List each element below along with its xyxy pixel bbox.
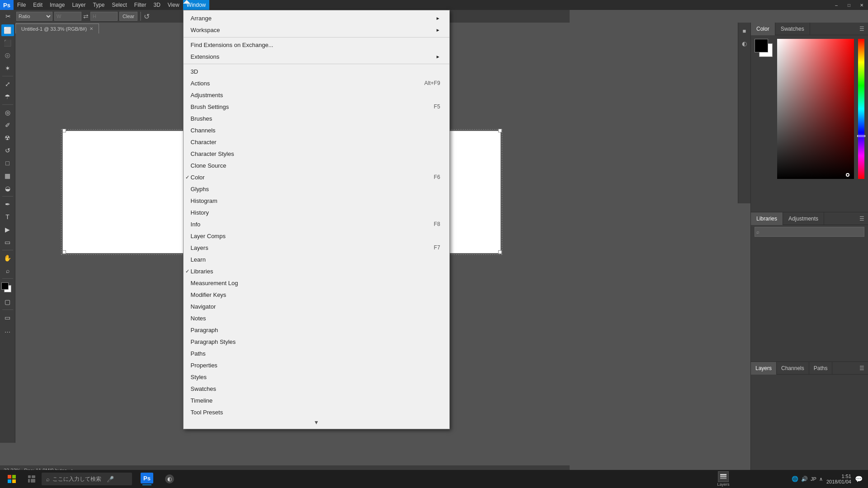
history-brush-tool[interactable]: ↺ [1, 145, 14, 156]
menu-glyphs[interactable]: Glyphs [184, 183, 449, 195]
up-arrow-icon[interactable]: ∧ [819, 476, 823, 482]
menu-arrange[interactable]: Arrange ► [184, 12, 449, 24]
menu-3d[interactable]: 3D [184, 66, 449, 77]
crop-tool[interactable]: ⤢ [1, 78, 14, 90]
menu-file[interactable]: File [14, 0, 29, 10]
menu-styles[interactable]: Styles [184, 371, 449, 383]
height-input[interactable] [90, 12, 118, 21]
menu-adjustments[interactable]: Adjustments [184, 89, 449, 101]
hand-tool[interactable]: ✋ [1, 252, 14, 264]
undo-icon[interactable]: ↺ [144, 12, 150, 21]
menu-notes[interactable]: Notes [184, 312, 449, 324]
notification-icon[interactable]: 💬 [855, 475, 863, 483]
menu-modifier-keys[interactable]: Modifier Keys [184, 289, 449, 300]
libraries-tab[interactable]: Libraries [751, 212, 783, 225]
taskbar-app-other[interactable]: ◐ [158, 470, 181, 488]
menu-find-extensions[interactable]: Find Extensions on Exchange... [184, 39, 449, 51]
brush-tool[interactable]: ✐ [1, 119, 14, 131]
move-tool[interactable]: ⬜ [1, 24, 14, 36]
document-tab[interactable]: Untitled-1 @ 33.3% (RGB/8#) ✕ [15, 23, 99, 33]
menu-navigator[interactable]: Navigator [184, 300, 449, 312]
menu-layer-comps[interactable]: Layer Comps [184, 230, 449, 242]
eyedropper-tool[interactable]: ☂ [1, 91, 14, 103]
adjustments-panel-icon[interactable]: ◐ [739, 38, 750, 49]
adjustments-tab[interactable]: Adjustments [783, 212, 824, 225]
selection-tool[interactable]: ⬛ [1, 37, 14, 49]
taskbar-clock[interactable]: 1:51 2018/01/04 [826, 474, 851, 484]
hue-bar[interactable] [858, 39, 864, 179]
network-icon[interactable]: 🌐 [792, 476, 798, 482]
screen-mode-toggle[interactable]: ▭ [1, 312, 14, 324]
color-swatch-area[interactable] [1, 282, 14, 295]
menu-timeline[interactable]: Timeline [184, 394, 449, 406]
menu-edit[interactable]: Edit [29, 0, 46, 10]
menu-filter[interactable]: Filter [131, 0, 150, 10]
type-tool[interactable]: T [1, 211, 14, 223]
shape-tool[interactable]: ▭ [1, 236, 14, 248]
width-input[interactable] [54, 12, 81, 21]
quick-mask-toggle[interactable]: ▢ [1, 296, 14, 308]
paths-tab[interactable]: Paths [809, 362, 833, 375]
ratio-select[interactable]: Ratio [16, 12, 52, 21]
menu-3d[interactable]: 3D [150, 0, 164, 10]
menu-character-styles[interactable]: Character Styles [184, 148, 449, 160]
foreground-color-swatch[interactable] [755, 39, 768, 52]
canvas-handle-br[interactable] [498, 250, 502, 254]
libraries-panel-menu-btn[interactable]: ☰ [859, 216, 868, 222]
taskbar-search-area[interactable]: ⌕ ここに入力して検索 🎤 [42, 473, 132, 485]
menu-history[interactable]: History [184, 206, 449, 218]
menu-paragraph-styles[interactable]: Paragraph Styles [184, 336, 449, 347]
menu-extensions[interactable]: Extensions ► [184, 51, 449, 62]
menu-swatches[interactable]: Swatches [184, 383, 449, 394]
extra-tools[interactable]: … [1, 324, 14, 336]
dodge-tool[interactable]: ◒ [1, 183, 14, 194]
canvas-handle-bl[interactable] [62, 250, 66, 254]
channels-tab[interactable]: Channels [777, 362, 809, 375]
menu-image[interactable]: Image [46, 0, 68, 10]
spot-heal-tool[interactable]: ◎ [1, 107, 14, 118]
minimize-button[interactable]: – [830, 0, 843, 10]
canvas-handle-tl[interactable] [62, 129, 66, 132]
close-button[interactable]: ✕ [855, 0, 868, 10]
menu-layer[interactable]: Layer [68, 0, 89, 10]
menu-actions[interactable]: Actions Alt+F9 [184, 77, 449, 89]
restore-button[interactable]: □ [843, 0, 855, 10]
clear-button[interactable]: Clear [119, 12, 137, 21]
taskbar-app-ps[interactable]: Ps [136, 470, 158, 488]
eraser-tool[interactable]: □ [1, 157, 14, 169]
menu-color[interactable]: ✓ Color F6 [184, 171, 449, 183]
taskbar-layers-app[interactable]: Layers [705, 470, 741, 488]
volume-icon[interactable]: 🔊 [801, 476, 808, 482]
menu-libraries[interactable]: ✓ Libraries [184, 265, 449, 277]
menu-info[interactable]: Info F8 [184, 218, 449, 230]
color-tab[interactable]: Color [751, 23, 775, 35]
canvas-handle-tr[interactable] [498, 129, 502, 132]
menu-expand-button[interactable]: ▼ [184, 418, 449, 427]
zoom-tool[interactable]: ⌕ [1, 265, 14, 277]
menu-select[interactable]: Select [108, 0, 130, 10]
menu-view[interactable]: View [164, 0, 183, 10]
menu-layers[interactable]: Layers F7 [184, 242, 449, 253]
menu-workspace[interactable]: Workspace ► [184, 24, 449, 36]
menu-tool-presets[interactable]: Tool Presets [184, 406, 449, 418]
taskbar-start-button[interactable] [0, 470, 24, 488]
pen-tool[interactable]: ✒ [1, 198, 14, 210]
menu-measurement-log[interactable]: Measurement Log [184, 277, 449, 289]
menu-brush-settings[interactable]: Brush Settings F5 [184, 101, 449, 113]
menu-histogram[interactable]: Histogram [184, 195, 449, 206]
menu-type[interactable]: Type [89, 0, 108, 10]
path-select-tool[interactable]: ▶ [1, 224, 14, 235]
menu-channels[interactable]: Channels [184, 124, 449, 136]
layers-tab[interactable]: Layers [751, 362, 777, 375]
menu-paragraph[interactable]: Paragraph [184, 324, 449, 336]
magic-wand-tool[interactable]: ✶ [1, 62, 14, 74]
clone-stamp-tool[interactable]: ☢ [1, 132, 14, 144]
gradient-tool[interactable]: ▦ [1, 170, 14, 182]
panel-menu-btn[interactable]: ☰ [859, 26, 868, 32]
menu-paths[interactable]: Paths [184, 347, 449, 359]
task-view-button[interactable] [24, 470, 40, 488]
color-gradient[interactable] [777, 39, 854, 179]
tab-close-button[interactable]: ✕ [90, 26, 93, 31]
menu-learn[interactable]: Learn [184, 253, 449, 265]
lasso-tool[interactable]: ⦾ [1, 50, 14, 61]
